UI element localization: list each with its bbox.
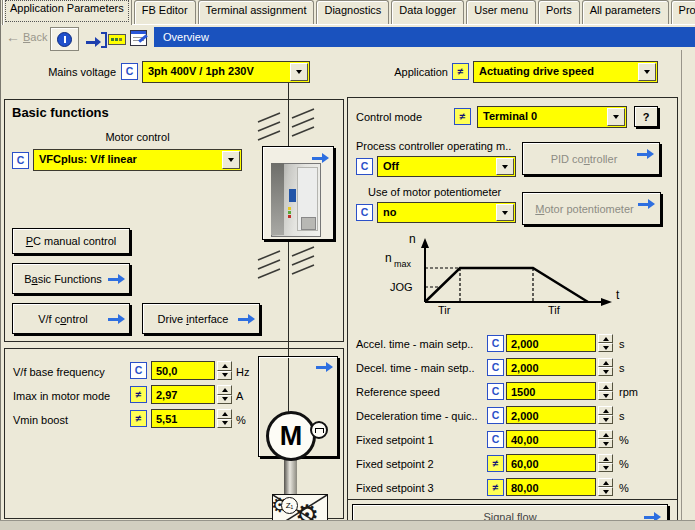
inverter-button[interactable]	[262, 146, 334, 240]
tab-terminal-assignment[interactable]: Terminal assignment	[198, 0, 315, 24]
fixed-setpoint-3-spinner	[598, 478, 613, 496]
back-button[interactable]: ←Back	[6, 29, 47, 45]
tab-ports[interactable]: Ports	[538, 0, 580, 24]
accel-time-field[interactable]: 2,000	[506, 334, 596, 352]
decel-time-spinner	[598, 358, 613, 376]
tab-application-parameters[interactable]: Application Parameters	[2, 0, 132, 25]
motor-potentiometer-dropdown[interactable]: no	[377, 202, 516, 223]
control-mode-flag-icon: ≠	[454, 108, 471, 125]
quick-stop-decel-spinner	[598, 406, 613, 424]
fixed-setpoint-2-label: Fixed setpoint 2	[356, 458, 434, 470]
spin-down-icon[interactable]	[598, 391, 613, 400]
fixed-setpoint-3-field[interactable]: 80,00	[506, 478, 596, 496]
tab-data-logger[interactable]: Data logger	[391, 0, 464, 24]
application-parameters-page: Application Parameters FB Editor Termina…	[0, 0, 695, 530]
overview-mode-button[interactable]	[50, 27, 79, 51]
spin-up-icon[interactable]	[217, 385, 232, 395]
motor-control-dropdown[interactable]: VFCplus: V/f linear	[33, 149, 242, 171]
reference-speed-label: Reference speed	[356, 386, 440, 398]
process-controller-dropdown[interactable]: Off	[377, 156, 516, 177]
unit-label: rpm	[619, 386, 638, 398]
mains-voltage-dropdown[interactable]: 3ph 400V / 1ph 230V	[142, 61, 310, 83]
unit-label: %	[619, 434, 629, 446]
spin-up-icon[interactable]	[598, 478, 613, 487]
spin-down-icon[interactable]	[598, 487, 613, 496]
spin-down-icon[interactable]	[217, 419, 232, 429]
spin-down-icon[interactable]	[217, 395, 232, 405]
encoder-symbol	[310, 421, 328, 439]
application-label: Application	[386, 66, 448, 78]
spin-up-icon[interactable]	[598, 406, 613, 415]
accel-time-label: Accel. time - main setp..	[356, 338, 473, 350]
motor-shaft	[284, 457, 297, 496]
spin-down-icon[interactable]	[598, 343, 613, 352]
dropdown-arrow-icon[interactable]	[607, 108, 625, 126]
spin-down-icon[interactable]	[598, 439, 613, 448]
tab-user-menu[interactable]: User menu	[466, 0, 536, 24]
application-dropdown[interactable]: Actuating drive speed	[473, 61, 658, 83]
control-mode-dropdown[interactable]: Terminal 0	[477, 106, 627, 128]
fixed-setpoint-2-spinner	[598, 454, 613, 472]
basic-functions-button[interactable]: Basic Functions	[12, 263, 130, 294]
dropdown-arrow-icon[interactable]	[290, 63, 308, 81]
pc-manual-control-button[interactable]: PC manual control	[12, 228, 130, 254]
dropdown-arrow-icon[interactable]	[222, 151, 240, 169]
imax-motor-mode-field[interactable]: 2,97	[151, 385, 215, 404]
process-controller-flag-icon: C	[356, 158, 373, 175]
tab-properties[interactable]: Properties	[671, 0, 695, 24]
quick-stop-decel-field[interactable]: 2,000	[506, 406, 596, 424]
vmin-boost-label: Vmin boost	[13, 414, 68, 426]
spin-down-icon[interactable]	[217, 371, 232, 381]
spin-up-icon[interactable]	[598, 430, 613, 439]
dropdown-arrow-icon[interactable]	[496, 158, 514, 175]
spin-up-icon[interactable]	[598, 334, 613, 343]
drive-interface-button[interactable]: Drive interface	[142, 303, 260, 334]
vf-control-button[interactable]: V/f control	[12, 303, 130, 334]
decel-time-label: Decel. time - main setp..	[356, 362, 475, 374]
tab-fb-editor[interactable]: FB Editor	[134, 0, 196, 24]
dropdown-arrow-icon[interactable]	[638, 63, 656, 81]
back-arrow-icon: ←	[6, 29, 20, 45]
fixed-setpoint-2-field[interactable]: 60,00	[506, 454, 596, 472]
spin-down-icon[interactable]	[598, 415, 613, 424]
decel-time-field[interactable]: 2,000	[506, 358, 596, 376]
vmin-boost-field[interactable]: 5,51	[151, 409, 215, 428]
three-phase-hatch-icon	[256, 244, 320, 284]
goto-arrow-icon	[638, 199, 655, 210]
vf-base-frequency-field[interactable]: 50,0	[151, 361, 215, 380]
go-into-icon[interactable]	[86, 32, 107, 49]
goto-arrow-icon	[108, 314, 125, 325]
vf-base-frequency-spinner	[217, 361, 232, 380]
spin-up-icon[interactable]	[598, 382, 613, 391]
parameter-flag-icon: ≠	[487, 455, 504, 472]
properties-icon[interactable]	[130, 30, 147, 46]
unit-label: s	[619, 410, 625, 422]
spin-up-icon[interactable]	[217, 361, 232, 371]
parameter-flag-icon: C	[487, 383, 504, 400]
graph-jog-label: JOG	[390, 281, 413, 293]
ramp-profile-graph	[352, 230, 632, 324]
spin-down-icon[interactable]	[598, 367, 613, 376]
value-field-icon[interactable]	[108, 34, 126, 45]
tab-all-parameters[interactable]: All parameters	[582, 0, 669, 24]
motor-control-flag-icon: C	[12, 152, 29, 169]
fixed-setpoint-1-field[interactable]: 40,00	[506, 430, 596, 448]
pid-controller-button[interactable]: PID controller	[522, 142, 660, 175]
goto-arrow-icon	[238, 314, 255, 325]
motor-potentiometer-button[interactable]: Motor potentiometer	[522, 192, 661, 225]
tab-diagnostics[interactable]: Diagnostics	[316, 0, 389, 24]
dropdown-arrow-icon[interactable]	[496, 204, 514, 221]
drive-device-image	[271, 163, 319, 235]
unit-label: s	[619, 362, 625, 374]
spin-up-icon[interactable]	[598, 454, 613, 463]
mains-voltage-flag-icon: C	[121, 63, 138, 80]
spin-up-icon[interactable]	[598, 358, 613, 367]
unit-label: %	[619, 482, 629, 494]
reference-speed-field[interactable]: 1500	[506, 382, 596, 400]
spin-down-icon[interactable]	[598, 463, 613, 472]
unit-label: %	[236, 414, 246, 426]
spin-up-icon[interactable]	[217, 409, 232, 419]
right-panel-divider	[347, 499, 678, 500]
help-button[interactable]: ?	[634, 106, 658, 127]
quick-stop-decel-label: Deceleration time - quic..	[356, 410, 478, 422]
